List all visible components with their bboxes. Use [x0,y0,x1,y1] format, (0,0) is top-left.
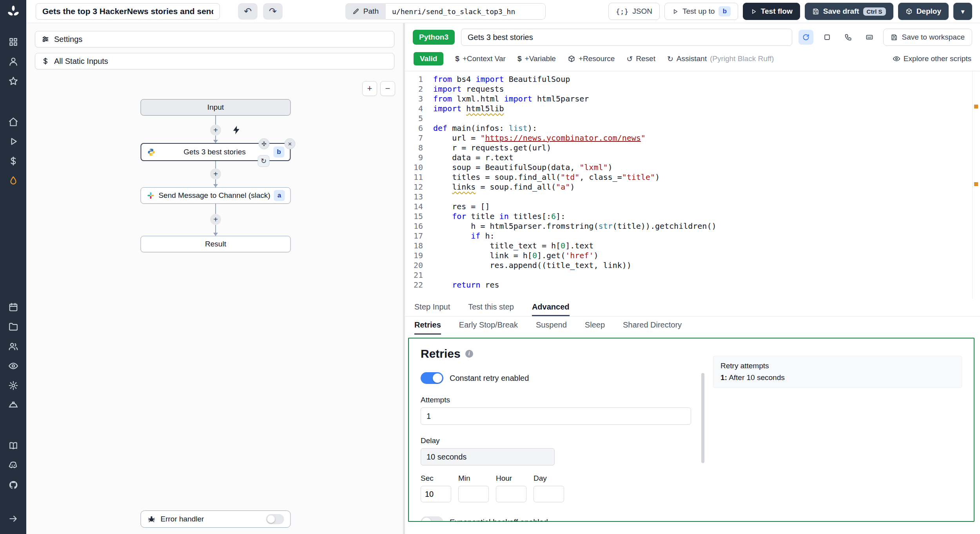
fullscreen-button[interactable] [820,30,835,45]
step-title-input[interactable] [461,29,793,46]
error-handler-toggle[interactable] [266,514,284,524]
sidebar-item-schedules[interactable] [4,299,22,315]
json-button[interactable]: {;} JSON [608,3,660,20]
retries-scrollbar[interactable] [701,373,704,463]
dollar-icon: $ [455,54,459,63]
subtab-retries[interactable]: Retries [414,317,441,335]
chevron-down-icon: ▾ [961,8,964,15]
save-draft-button[interactable]: Save draft Ctrl S [805,3,893,20]
pencil-icon [352,8,359,15]
subtab-shared-directory[interactable]: Shared Directory [623,317,682,335]
sidebar-group [4,114,22,189]
sidebar-item-star[interactable] [4,73,22,89]
insert-step-button[interactable]: + [210,125,221,136]
add-context-var-button[interactable]: $+Context Var [455,54,506,63]
path-value[interactable]: u/henri/send_to_slack_top3_hn [386,3,546,20]
keyboard-icon [866,33,873,41]
expand-sidebar-button[interactable] [4,510,22,527]
node-step-b[interactable]: Gets 3 best stories b × ↻ [141,143,291,161]
sidebar-item-variables[interactable] [4,153,22,169]
flow-title-input[interactable] [36,3,220,20]
reset-button[interactable]: ↺Reset [626,54,655,63]
attempts-input[interactable] [421,407,691,425]
zoom-out-button[interactable]: − [380,81,395,96]
code-editor[interactable]: 12345678910111213141516171819202122 from… [405,71,980,299]
phone-icon [844,33,852,41]
error-handler-node[interactable]: Error handler [141,510,291,528]
sidebar-item-apps[interactable] [4,34,22,50]
add-variable-button[interactable]: $+Variable [517,54,556,63]
tab-advanced[interactable]: Advanced [532,299,570,316]
warning-marker [974,182,978,186]
subtab-suspend[interactable]: Suspend [536,317,567,335]
explore-scripts-label: Explore other scripts [904,54,971,63]
save-draft-label: Save draft [823,7,859,16]
sidebar-item-settings[interactable] [4,377,22,394]
save-to-workspace-label: Save to workspace [902,33,965,42]
call-button[interactable] [841,30,856,45]
validity-badge: Valid [414,52,443,65]
sidebar-item-docs[interactable] [4,438,22,454]
node-result[interactable]: Result [141,236,291,252]
sidebar-item-discord[interactable] [4,457,22,474]
test-up-to-button[interactable]: Test up to b [664,3,738,20]
settings-label: Settings [54,35,82,44]
sec-input[interactable] [421,486,451,502]
day-input[interactable] [534,486,564,502]
tab-test-this-step[interactable]: Test this step [468,299,514,316]
drag-handle-icon[interactable] [259,138,270,149]
remove-step-button[interactable]: × [285,138,296,149]
deploy-button[interactable]: Deploy [898,3,949,20]
sidebar-item-github[interactable] [4,477,22,493]
exponential-backoff-row: Exponential backoff enabled [421,516,691,522]
edit-path-button[interactable]: Path [345,3,386,20]
node-step-a[interactable]: Send Message to Channel (slack) a [141,187,291,204]
iterate-step-button[interactable]: ↻ [258,155,270,167]
assistant-button[interactable]: ↻Assistant(Pyright Black Ruff) [667,54,774,63]
min-input[interactable] [458,486,489,502]
sidebar-item-triggers[interactable] [4,172,22,189]
tab-step-input[interactable]: Step Input [414,299,450,316]
add-resource-button[interactable]: +Resource [568,54,615,63]
sidebar-item-audit-logs[interactable] [4,358,22,374]
delay-input[interactable] [421,448,555,465]
sidebar-item-runs[interactable] [4,133,22,150]
shortcuts-button[interactable] [862,30,877,45]
hour-input[interactable] [496,486,526,502]
subtab-early-stop[interactable]: Early Stop/Break [459,317,518,335]
save-to-workspace-button[interactable]: Save to workspace [883,29,972,46]
edge-arrow [213,233,218,236]
flow-settings-button[interactable]: Settings [35,31,394,47]
flow-panel: Settings All Static Inputs + − + + + [26,23,405,534]
sidebar-item-folders[interactable] [4,319,22,335]
home-icon [8,117,18,127]
folders-icon [8,322,18,332]
attempts-label: Attempts [421,396,691,404]
info-icon[interactable]: i [465,350,473,358]
static-inputs-button[interactable]: All Static Inputs [35,53,394,69]
sidebar-item-home[interactable] [4,114,22,130]
windmill-logo[interactable] [0,0,26,24]
assistant-label: Assistant [677,54,707,63]
zoom-in-button[interactable]: + [362,81,377,96]
trigger-bolt-icon[interactable] [231,125,241,136]
sidebar-item-workers[interactable] [4,397,22,413]
insert-step-button[interactable]: + [210,214,221,225]
sidebar-item-user[interactable] [4,53,22,70]
sidebar-item-groups[interactable] [4,338,22,355]
explore-scripts-button[interactable]: Explore other scripts [893,54,971,63]
node-input[interactable]: Input [141,99,291,116]
undo-button[interactable]: ↶ [238,3,258,20]
insert-step-button[interactable]: + [210,168,221,179]
exponential-backoff-toggle[interactable] [421,516,443,522]
dollar-icon [42,57,49,65]
redo-button[interactable]: ↷ [263,3,283,20]
deploy-more-button[interactable]: ▾ [953,3,972,20]
advanced-subtabs: Retries Early Stop/Break Suspend Sleep S… [405,317,980,335]
test-flow-button[interactable]: Test flow [743,3,800,20]
refresh-toggle-button[interactable] [799,30,813,45]
subtab-sleep[interactable]: Sleep [585,317,605,335]
constant-retry-toggle[interactable] [421,372,443,384]
static-inputs-label: All Static Inputs [54,57,108,66]
expand-sidebar-icon [8,514,18,524]
